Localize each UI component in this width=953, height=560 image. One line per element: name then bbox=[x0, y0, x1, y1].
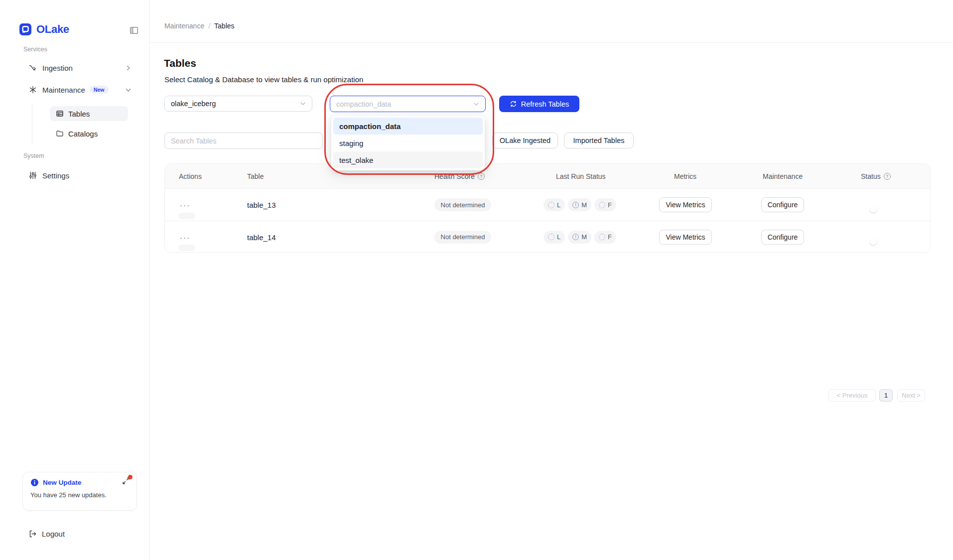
section-label-system: System bbox=[23, 152, 44, 159]
filter-olake-ingested-button[interactable]: OLake Ingested bbox=[492, 133, 558, 148]
brand-name: OLake bbox=[36, 23, 69, 35]
pagination-previous-button[interactable]: < Previous bbox=[828, 389, 876, 402]
sidebar-item-label: Maintenance bbox=[42, 86, 85, 94]
maintenance-sparkle-icon bbox=[28, 85, 37, 94]
update-card-message: You have 25 new updates. bbox=[23, 487, 136, 499]
refresh-button-label: Refresh Tables bbox=[521, 100, 569, 108]
new-badge: New bbox=[90, 86, 109, 94]
expand-icon[interactable] bbox=[122, 477, 131, 486]
pending-spinner-icon bbox=[599, 234, 605, 240]
column-header-maintenance: Maintenance bbox=[763, 164, 803, 189]
olake-logo-icon bbox=[19, 23, 31, 35]
table-row: ··· table_13 Not determined L !M F View … bbox=[165, 189, 930, 221]
run-status-merge-pill: !M bbox=[568, 198, 591, 211]
run-status-load-pill: L bbox=[544, 231, 565, 244]
last-run-status-group: L !M F bbox=[544, 198, 616, 211]
folder-icon bbox=[56, 130, 64, 138]
dropdown-option-test-olake[interactable]: test_olake bbox=[333, 151, 483, 168]
view-metrics-button[interactable]: View Metrics bbox=[659, 197, 712, 212]
logout-button[interactable]: Logout bbox=[22, 526, 137, 541]
health-score-badge: Not determined bbox=[434, 198, 491, 211]
tables-table: Actions Table Health Score ? Last Run St… bbox=[164, 163, 931, 253]
help-icon[interactable]: ? bbox=[478, 173, 485, 180]
update-card-title: New Update bbox=[43, 479, 81, 486]
dropdown-option-staging[interactable]: staging bbox=[333, 135, 483, 151]
pending-spinner-icon bbox=[548, 202, 554, 208]
database-select[interactable]: compaction_data bbox=[330, 96, 486, 112]
sidebar-item-settings[interactable]: Settings bbox=[22, 168, 137, 183]
sidebar-item-label: Tables bbox=[68, 110, 90, 118]
section-label-services: Services bbox=[23, 46, 47, 53]
table-name: table_13 bbox=[247, 201, 276, 209]
row-actions-button[interactable]: ··· bbox=[180, 233, 190, 241]
sidebar-item-ingestion[interactable]: Ingestion bbox=[22, 60, 137, 75]
view-metrics-button[interactable]: View Metrics bbox=[659, 230, 712, 245]
catalog-select[interactable]: olake_iceberg bbox=[164, 96, 312, 112]
chevron-right-icon bbox=[126, 65, 131, 71]
actions-hover-artifact bbox=[178, 245, 195, 251]
chevron-down-icon bbox=[473, 101, 479, 107]
run-status-finalize-pill: F bbox=[594, 198, 616, 211]
exclamation-circle-icon: ! bbox=[572, 202, 579, 208]
actions-hover-artifact bbox=[178, 213, 195, 219]
column-header-metrics: Metrics bbox=[674, 164, 696, 189]
run-status-load-pill: L bbox=[544, 198, 565, 211]
health-score-badge: Not determined bbox=[434, 231, 491, 244]
breadcrumb-separator: / bbox=[208, 22, 210, 30]
pending-spinner-icon bbox=[548, 234, 554, 240]
pagination-page-1[interactable]: 1 bbox=[879, 389, 893, 402]
pagination-next-button[interactable]: Next > bbox=[897, 389, 925, 402]
breadcrumb-current: Tables bbox=[214, 22, 234, 30]
table-header-row: Actions Table Health Score ? Last Run St… bbox=[165, 164, 930, 189]
sidebar-item-label: Settings bbox=[42, 171, 69, 180]
breadcrumb-maintenance[interactable]: Maintenance bbox=[164, 22, 204, 30]
app-window: OLake Services Ingestion bbox=[0, 0, 953, 560]
run-status-merge-pill: !M bbox=[568, 231, 591, 244]
sidebar-item-label: Catalogs bbox=[68, 130, 98, 138]
chevron-down-icon bbox=[126, 87, 131, 93]
column-header-table: Table bbox=[247, 164, 264, 189]
column-header-status: Status ? bbox=[861, 164, 891, 189]
configure-button[interactable]: Configure bbox=[761, 197, 804, 212]
toggle-knob bbox=[870, 206, 877, 213]
sidebar-item-maintenance[interactable]: Maintenance New bbox=[22, 82, 137, 97]
sliders-icon bbox=[28, 171, 37, 180]
help-icon[interactable]: ? bbox=[884, 173, 891, 180]
search-tables-input[interactable] bbox=[164, 133, 323, 149]
refresh-icon bbox=[510, 100, 517, 108]
chevron-down-icon bbox=[300, 101, 306, 107]
page-title: Tables bbox=[164, 57, 196, 69]
pending-spinner-icon bbox=[599, 202, 605, 208]
refresh-tables-button[interactable]: Refresh Tables bbox=[499, 96, 579, 112]
sidebar-item-label: Ingestion bbox=[42, 64, 73, 72]
sidebar-collapse-button[interactable] bbox=[129, 25, 140, 36]
exclamation-circle-icon: ! bbox=[572, 234, 579, 240]
logout-icon bbox=[28, 530, 37, 538]
logout-label: Logout bbox=[42, 530, 65, 538]
catalog-select-value: olake_iceberg bbox=[171, 100, 216, 108]
row-actions-button[interactable]: ··· bbox=[180, 201, 190, 209]
update-card[interactable]: New Update You have 25 new updates. bbox=[22, 472, 137, 511]
last-run-status-group: L !M F bbox=[544, 231, 616, 244]
dropdown-option-compaction-data[interactable]: compaction_data bbox=[333, 118, 483, 135]
page-subtitle: Select Catalog & Database to view tables… bbox=[164, 75, 363, 84]
column-header-actions: Actions bbox=[179, 164, 202, 189]
sidebar-item-catalogs[interactable]: Catalogs bbox=[50, 126, 128, 141]
header-divider bbox=[150, 42, 953, 43]
info-icon bbox=[30, 478, 39, 487]
table-name: table_14 bbox=[247, 233, 276, 241]
column-header-last-run-status: Last Run Status bbox=[556, 164, 606, 189]
ingestion-icon bbox=[28, 63, 37, 72]
breadcrumb: Maintenance / Tables bbox=[164, 22, 235, 30]
database-options-dropdown: compaction_data staging test_olake bbox=[331, 116, 485, 170]
table-row: ··· table_14 Not determined L !M F View … bbox=[165, 221, 930, 253]
notification-dot bbox=[128, 475, 133, 479]
toggle-knob bbox=[870, 238, 877, 245]
configure-button[interactable]: Configure bbox=[761, 230, 804, 245]
database-select-placeholder: compaction_data bbox=[336, 100, 391, 108]
submenu-indent-line bbox=[32, 103, 32, 145]
sidebar: OLake Services Ingestion bbox=[0, 0, 150, 560]
filter-imported-tables-button[interactable]: Imported Tables bbox=[564, 133, 634, 148]
run-status-finalize-pill: F bbox=[594, 231, 616, 244]
sidebar-item-tables[interactable]: Tables bbox=[50, 106, 128, 121]
